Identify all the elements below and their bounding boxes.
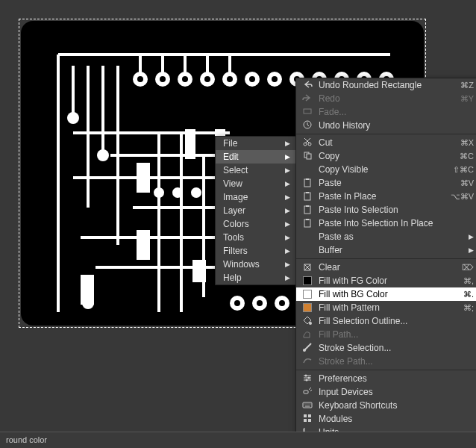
svg-point-83	[306, 379, 308, 381]
submenu-arrow-icon: ▶	[276, 153, 290, 161]
svg-point-82	[308, 376, 310, 379]
menu-item-undo-rounded-rectangle[interactable]: Undo Rounded Rectangle⌘Z	[296, 78, 476, 92]
svg-rect-62	[81, 275, 94, 305]
menu-item-keyboard-shortcuts[interactable]: Keyboard Shortcuts	[296, 399, 476, 412]
svg-point-21	[137, 76, 143, 82]
svg-rect-73	[306, 192, 309, 193]
svg-point-27	[204, 76, 210, 82]
menu-item-fill-with-bg-color[interactable]: Fill with BG Color⌘.	[296, 287, 476, 301]
menu-separator	[296, 370, 476, 370]
menu-item-clear[interactable]: Clear⌦	[296, 261, 476, 274]
menu-item-edit[interactable]: Edit▶	[216, 150, 296, 164]
stroke-icon	[302, 342, 313, 355]
svg-point-47	[257, 300, 263, 306]
menu-label: Windows	[223, 259, 260, 270]
svg-rect-89	[308, 419, 311, 422]
menu-item-redo: Redo⌘Y	[296, 92, 476, 105]
menu-item-windows[interactable]: Windows▶	[216, 258, 296, 271]
menu-label: Select	[223, 165, 248, 175]
menu-label: Fill with FG Color	[319, 276, 387, 286]
menu-item-fill-selection-outline[interactable]: Fill Selection Outline...	[296, 314, 476, 328]
menu-item-copy-visible[interactable]: Copy Visible⇧⌘C	[296, 163, 476, 176]
svg-rect-63	[192, 260, 206, 282]
menu-label: Paste	[319, 178, 342, 188]
svg-rect-86	[304, 414, 307, 417]
svg-point-53	[97, 149, 109, 161]
menu-label: Redo	[319, 93, 340, 104]
submenu-arrow-icon: ▶	[276, 167, 290, 174]
menu-item-stroke-path: Stroke Path...	[296, 355, 476, 368]
menu-item-preferences[interactable]: Preferences	[296, 372, 476, 385]
shortcut-label: ⌦	[448, 263, 474, 273]
svg-rect-69	[307, 154, 311, 159]
svg-point-57	[191, 187, 201, 198]
menu-item-paste[interactable]: Paste⌘V	[296, 176, 476, 190]
submenu-arrow-icon: ▶	[276, 207, 290, 214]
fillsel-icon	[302, 315, 313, 328]
menu-item-paste-as[interactable]: Paste as▶	[296, 230, 476, 243]
menu-label: Undo History	[319, 120, 370, 131]
menu-item-cut[interactable]: Cut⌘X	[296, 136, 476, 149]
menu-item-view[interactable]: View▶	[216, 177, 296, 190]
menu-item-buffer[interactable]: Buffer▶	[296, 243, 476, 257]
svg-rect-61	[137, 230, 150, 260]
context-menu-main: File▶Edit▶Select▶View▶Image▶Layer▶Colors…	[215, 136, 297, 285]
menu-item-file[interactable]: File▶	[216, 137, 296, 150]
menu-item-tools[interactable]: Tools▶	[216, 231, 296, 244]
menu-item-filters[interactable]: Filters▶	[216, 244, 296, 258]
svg-point-79	[309, 322, 312, 325]
menu-item-image[interactable]: Image▶	[216, 190, 296, 204]
menu-item-paste-in-place[interactable]: Paste In Place⌥⌘V	[296, 190, 476, 203]
menu-separator	[296, 258, 476, 259]
menu-label: Preferences	[319, 373, 367, 384]
paste-icon	[302, 204, 313, 217]
menu-item-select[interactable]: Select▶	[216, 164, 296, 177]
menu-item-copy[interactable]: Copy⌘C	[296, 149, 476, 163]
menu-label: Paste Into Selection In Place	[319, 218, 433, 228]
svg-rect-59	[185, 129, 195, 159]
svg-point-29	[227, 76, 233, 82]
submenu-arrow-icon: ▶	[460, 246, 474, 254]
svg-rect-84	[304, 391, 308, 393]
menu-item-input-devices[interactable]: Input Devices	[296, 385, 476, 399]
fillpath-icon	[302, 329, 313, 341]
submenu-arrow-icon: ▶	[276, 274, 290, 281]
svg-point-52	[67, 112, 79, 124]
menu-item-modules[interactable]: Modules	[296, 412, 476, 426]
context-menu-edit: Undo Rounded Rectangle⌘ZRedo⌘YFade...Und…	[295, 78, 476, 440]
menu-label: Stroke Path...	[319, 356, 373, 367]
menu-item-fill-with-pattern[interactable]: Fill with Pattern⌘;	[296, 301, 476, 314]
fg-swatch-icon	[303, 276, 312, 285]
menu-label: Image	[223, 192, 248, 202]
menu-label: Stroke Selection...	[319, 343, 391, 353]
prefs-icon	[302, 373, 313, 385]
menu-label: File	[223, 138, 237, 149]
modules-icon	[302, 413, 313, 426]
svg-rect-77	[306, 219, 309, 220]
menu-label: Fill Path...	[319, 329, 358, 340]
menu-label: Fade...	[319, 107, 346, 117]
status-bar: round color	[0, 432, 476, 448]
svg-point-80	[303, 349, 306, 352]
menu-item-help[interactable]: Help▶	[216, 271, 296, 284]
svg-point-81	[305, 374, 307, 376]
menu-item-fill-path: Fill Path...	[296, 328, 476, 341]
shortcut-label: ⌘;	[450, 303, 474, 313]
menu-item-layer[interactable]: Layer▶	[216, 204, 296, 217]
shortcut-label: ⌥⌘V	[437, 192, 474, 202]
history-icon	[302, 119, 313, 132]
menu-separator	[296, 134, 476, 134]
menu-label: Paste as	[319, 231, 354, 242]
menu-label: Copy Visible	[319, 164, 368, 175]
menu-item-fill-with-fg-color[interactable]: Fill with FG Color⌘,	[296, 274, 476, 287]
submenu-arrow-icon: ▶	[276, 234, 290, 241]
shortcut-label: ⌘C	[446, 152, 474, 161]
menu-label: Help	[223, 273, 242, 283]
menu-item-colors[interactable]: Colors▶	[216, 217, 296, 231]
menu-item-stroke-selection[interactable]: Stroke Selection...	[296, 341, 476, 355]
menu-item-paste-into-selection-in-place[interactable]: Paste Into Selection In Place	[296, 217, 476, 230]
paste-icon	[302, 177, 313, 190]
pat-swatch-icon	[303, 303, 312, 312]
menu-item-undo-history[interactable]: Undo History	[296, 119, 476, 132]
menu-item-paste-into-selection[interactable]: Paste Into Selection	[296, 203, 476, 217]
